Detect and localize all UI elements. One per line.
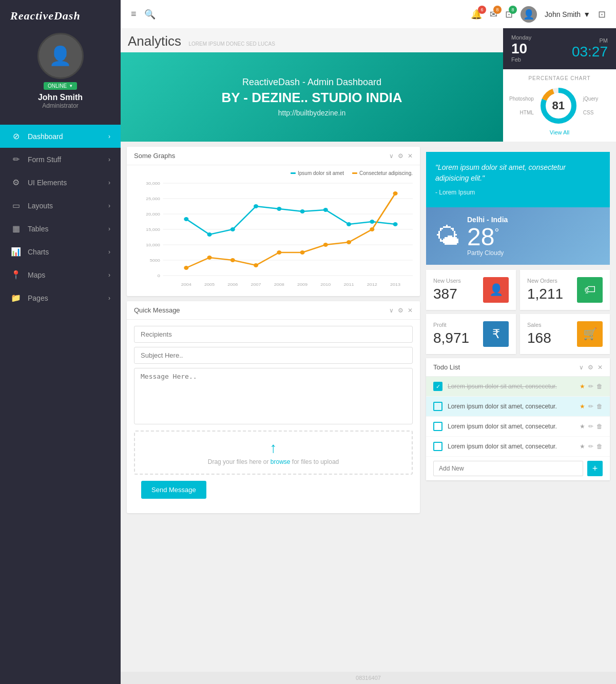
sidebar-item-ui-elements[interactable]: ⚙ UI Elements › xyxy=(0,171,121,194)
sidebar-item-tables[interactable]: ▦ Tables › xyxy=(0,217,121,240)
graph-settings-icon[interactable]: ⚙ xyxy=(398,152,403,160)
delete-icon[interactable]: 🗑 xyxy=(596,403,603,410)
edit-icon: ✏ xyxy=(10,154,22,164)
clock-date: Monday 10 Feb xyxy=(511,34,531,64)
sidebar-item-dashboard[interactable]: ⊘ Dashboard › xyxy=(0,125,121,148)
todo-add-input[interactable] xyxy=(433,461,583,476)
todo-actions: ★ ✏ 🗑 xyxy=(580,443,603,450)
edit-icon[interactable]: ✏ xyxy=(588,423,593,430)
hero-banner: ReactiveDash - Admin Dashboard BY - DEZI… xyxy=(121,52,503,142)
subject-input[interactable] xyxy=(134,347,413,364)
view-all-link[interactable]: View All xyxy=(509,129,610,135)
alerts-badge[interactable]: ⊡ 8 xyxy=(505,9,513,20)
todo-checkbox[interactable] xyxy=(433,402,442,411)
svg-text:2004: 2004 xyxy=(181,282,191,287)
stat-card-new-users: New Users 387 👤 xyxy=(426,270,516,310)
svg-point-36 xyxy=(393,222,398,226)
star-icon[interactable]: ★ xyxy=(580,423,585,430)
donut-chart: 81 xyxy=(538,85,579,126)
sidebar-item-layouts[interactable]: ▭ Layouts › xyxy=(0,194,121,217)
sidebar-item-pages[interactable]: 📁 Pages › xyxy=(0,286,121,309)
delete-icon[interactable]: 🗑 xyxy=(596,443,603,450)
message-inputs xyxy=(127,320,420,431)
sidebar-item-maps[interactable]: 📍 Maps › xyxy=(0,263,121,286)
send-message-button[interactable]: Send Message xyxy=(141,481,206,499)
sidebar-item-charts[interactable]: 📊 Charts › xyxy=(0,240,121,263)
todo-add-button[interactable]: + xyxy=(587,461,603,476)
pct-label-photoshop: Photoshop xyxy=(509,96,534,102)
edit-icon[interactable]: ✏ xyxy=(588,403,593,410)
messages-badge[interactable]: ✉ 8 xyxy=(490,9,497,20)
graph-widget-header: Some Graphs ∨ ⚙ ✕ xyxy=(127,147,420,165)
pct-labels-right: jQuery CSS xyxy=(583,96,598,115)
svg-point-43 xyxy=(323,243,328,247)
todo-close-icon[interactable]: ✕ xyxy=(598,364,603,371)
stat-label-sales: Sales xyxy=(527,322,551,328)
main-content: ≡ 🔍 🔔 6 ✉ 8 ⊡ 8 👤 John Smith ▼ ⊡ Analyti… xyxy=(121,0,616,684)
chart-icon: 📊 xyxy=(10,247,22,257)
alerts-count: 8 xyxy=(509,6,517,14)
analytics-subtitle: LOREM IPSUM DONEC SED LUCAS xyxy=(189,41,275,47)
weather-city: Delhi - India xyxy=(467,216,601,224)
clock-time: 03:27 xyxy=(572,44,608,60)
graph-close-icon[interactable]: ✕ xyxy=(408,152,413,160)
avatar: 👤 xyxy=(37,33,84,79)
delete-icon[interactable]: 🗑 xyxy=(596,383,603,390)
star-icon[interactable]: ★ xyxy=(580,383,585,390)
star-icon[interactable]: ★ xyxy=(580,403,585,410)
chevron-right-icon: › xyxy=(108,248,110,256)
gear-icon: ⚙ xyxy=(10,178,22,187)
message-textarea[interactable] xyxy=(134,368,413,424)
sidebar-item-label: Form Stuff xyxy=(28,155,61,164)
browse-link[interactable]: browse xyxy=(271,458,291,465)
donut-value: 81 xyxy=(552,99,565,112)
qm-collapse-icon[interactable]: ∨ xyxy=(389,307,394,314)
todo-checkbox[interactable] xyxy=(433,422,442,431)
legend-item-2: Consectetur adipiscing. xyxy=(352,170,413,176)
graph-collapse-icon[interactable]: ∨ xyxy=(389,152,394,160)
todo-settings-icon[interactable]: ⚙ xyxy=(588,364,593,371)
svg-text:5000: 5000 xyxy=(150,258,160,263)
notifications-badge[interactable]: 🔔 6 xyxy=(471,9,482,20)
todo-text: Lorem ipsum dolor sit amet, consecetur. xyxy=(448,423,574,430)
svg-point-42 xyxy=(300,250,305,255)
svg-text:2006: 2006 xyxy=(227,282,238,287)
todo-item: Lorem ipsum dolor sit amet, consecetur. … xyxy=(426,377,610,397)
layout-icon: ▭ xyxy=(10,201,22,210)
topbar-user[interactable]: John Smith ▼ xyxy=(545,10,590,18)
svg-text:2005: 2005 xyxy=(204,282,215,287)
todo-widget: Todo List ∨ ⚙ ✕ Lorem ipsum dolor sit am… xyxy=(426,358,610,480)
sidebar-item-form-stuff[interactable]: ✏ Form Stuff › xyxy=(0,148,121,171)
upload-area[interactable]: ↑ Drag your files here or browse for fil… xyxy=(134,431,413,475)
recipients-input[interactable] xyxy=(134,326,413,343)
app-logo: ReactiveDash xyxy=(0,0,121,28)
search-icon[interactable]: 🔍 xyxy=(144,9,156,20)
svg-text:20,000: 20,000 xyxy=(146,212,160,217)
clock-month: Feb xyxy=(511,56,531,64)
sidebar-item-label: Maps xyxy=(28,271,45,279)
delete-icon[interactable]: 🗑 xyxy=(596,423,603,430)
todo-checkbox[interactable] xyxy=(433,442,442,451)
svg-text:30,000: 30,000 xyxy=(146,181,160,186)
menu-icon[interactable]: ≡ xyxy=(131,9,137,19)
edit-icon[interactable]: ✏ xyxy=(588,383,593,390)
edit-icon[interactable]: ✏ xyxy=(588,443,593,450)
todo-actions: ★ ✏ 🗑 xyxy=(580,423,603,430)
qm-settings-icon[interactable]: ⚙ xyxy=(398,307,403,314)
todo-checkbox[interactable] xyxy=(433,382,442,391)
qm-close-icon[interactable]: ✕ xyxy=(408,307,413,314)
todo-controls: ∨ ⚙ ✕ xyxy=(579,364,603,371)
pct-chart-area: Photoshop HTML 81 jQuery CSS xyxy=(509,85,610,126)
graph-legend: Ipsum dolor sit amet Consectetur adipisc… xyxy=(134,170,413,176)
star-icon[interactable]: ★ xyxy=(580,443,585,450)
weather-temp: 28° xyxy=(467,225,601,249)
todo-collapse-icon[interactable]: ∨ xyxy=(579,364,584,371)
screen-icon[interactable]: ⊡ xyxy=(598,9,606,20)
online-badge[interactable]: ONLINE xyxy=(44,82,77,90)
clock-ampm: PM xyxy=(572,37,608,44)
svg-point-30 xyxy=(254,204,258,208)
todo-title: Todo List xyxy=(433,363,579,371)
weather-description: Partly Cloudy xyxy=(467,249,601,257)
quick-message-header: Quick Message ∨ ⚙ ✕ xyxy=(127,301,420,320)
svg-point-45 xyxy=(370,227,374,231)
